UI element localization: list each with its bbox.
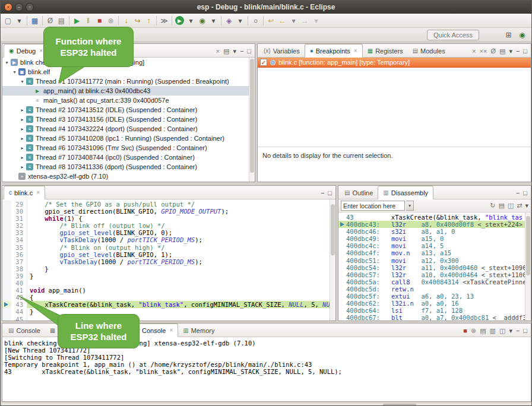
twisty-icon[interactable]: ▸ xyxy=(19,155,26,160)
tab-breakpoints[interactable]: ●Breakpoints× xyxy=(305,44,363,58)
twisty-icon[interactable]: ▸ xyxy=(19,117,26,122)
twisty-icon[interactable]: ▾ xyxy=(11,69,18,75)
instruction-stepping-icon[interactable]: ≫ xyxy=(159,15,170,26)
maximize-view-icon[interactable]: □ xyxy=(247,48,251,55)
twisty-icon[interactable]: ▾ xyxy=(19,79,26,84)
open-perspective-icon[interactable]: ⊞ xyxy=(503,29,514,40)
view-menu-icon[interactable]: ▾ xyxy=(233,48,236,55)
minimize-view-icon[interactable]: − xyxy=(240,48,243,55)
pin-console-icon[interactable]: ◫ xyxy=(499,328,505,334)
maximize-view-icon[interactable]: □ xyxy=(328,190,332,196)
display-selected-console-icon[interactable]: ▾ xyxy=(509,328,512,334)
twisty-icon[interactable]: ▸ xyxy=(19,126,26,132)
tab-debug[interactable]: ◉Debug× xyxy=(4,44,48,58)
location-input[interactable]: Enter location here xyxy=(341,201,405,211)
debug-dropdown-icon[interactable]: ▾ xyxy=(208,15,219,26)
maximize-view-icon[interactable]: □ xyxy=(523,190,527,196)
minimize-view-icon[interactable]: − xyxy=(516,328,520,334)
show-opcodes-icon[interactable]: ◫ xyxy=(508,202,514,209)
run-icon[interactable]: ▶ xyxy=(175,16,184,25)
step-return-icon[interactable]: ↑ xyxy=(143,15,154,26)
refresh-icon[interactable]: ↻ xyxy=(490,202,495,209)
save-icon[interactable]: ▦ xyxy=(29,15,40,26)
remove-launch-icon[interactable]: ⊗ xyxy=(471,328,476,334)
terminate-icon[interactable]: ■ xyxy=(94,15,105,26)
new-wizard-icon[interactable]: ▢ xyxy=(2,15,14,26)
back-dropdown-icon[interactable]: ▾ xyxy=(288,15,299,26)
run-dropdown-icon[interactable]: ▾ xyxy=(185,15,197,26)
forward-icon[interactable]: → xyxy=(299,15,311,26)
external-tools-dropdown-icon[interactable]: ▾ xyxy=(235,15,246,26)
editor-scrollbar-thumb[interactable] xyxy=(331,204,335,255)
minimize-window-button[interactable]: − xyxy=(15,3,23,11)
disassembly-scrollbar[interactable] xyxy=(525,212,531,321)
tree-row[interactable]: ▸≡Thread #3 1073413156 (IDLE) (Suspended… xyxy=(2,115,255,124)
step-over-icon[interactable]: ↪ xyxy=(132,15,143,26)
terminate-console-icon[interactable]: ■ xyxy=(463,328,467,334)
step-into-icon[interactable]: ↓ xyxy=(121,15,132,26)
tree-row[interactable]: ≡main_task() at cpu_start.c:339 0x400d05… xyxy=(2,96,255,105)
quick-access-button[interactable]: Quick Access xyxy=(427,30,479,40)
forward-dropdown-icon[interactable]: ▾ xyxy=(311,15,322,26)
breakpoint-grouping-icon[interactable]: ▤ xyxy=(499,48,505,55)
skip-all-breakpoints-icon[interactable]: Ø xyxy=(45,15,56,26)
debug-perspective-icon[interactable]: ◉ xyxy=(517,29,528,40)
horizontal-scrollbar[interactable] xyxy=(2,403,531,406)
remove-breakpoint-icon[interactable]: × xyxy=(472,48,476,55)
breakpoint-checkbox[interactable]: ✓ xyxy=(260,59,267,66)
maximize-view-icon[interactable]: □ xyxy=(523,328,527,334)
tab-variables[interactable]: (x)Variables xyxy=(259,45,305,57)
close-window-button[interactable]: × xyxy=(4,3,12,11)
remove-terminated-icon[interactable]: × xyxy=(216,48,220,55)
show-console-icon[interactable]: ▤ xyxy=(56,15,67,26)
minimize-view-icon[interactable]: − xyxy=(516,48,520,55)
location-dropdown-icon[interactable]: ▾ xyxy=(406,201,414,211)
tab-memory[interactable]: ▥Memory xyxy=(178,324,219,337)
show-source-icon[interactable]: ▤ xyxy=(498,202,504,209)
close-tab-icon[interactable]: × xyxy=(39,47,43,54)
twisty-icon[interactable]: ▸ xyxy=(19,107,26,113)
tree-row[interactable]: ▸≡Thread #5 1073410208 (ipc1 : Running) … xyxy=(2,134,255,143)
tree-row[interactable]: ▾≡Thread #1 1073411772 (main : Running) … xyxy=(2,77,255,86)
close-tab-icon[interactable]: × xyxy=(354,47,357,54)
debug-icon[interactable]: ◉ xyxy=(197,15,208,26)
search-icon[interactable]: ○ xyxy=(250,15,261,26)
breakpoint-row[interactable]: ✓ blink.c [function: app_main] [type: Te… xyxy=(258,58,531,68)
close-tab-icon[interactable]: × xyxy=(36,189,40,196)
twisty-icon[interactable]: ▸ xyxy=(19,164,26,170)
new-wizard-dropdown-icon[interactable]: ▾ xyxy=(14,15,25,26)
tree-row[interactable]: ▸≡Thread #4 1073432224 (dport) (Suspende… xyxy=(2,124,255,134)
suspend-icon[interactable]: ‖ xyxy=(83,15,94,26)
tree-row[interactable]: ▾▣blink.elf xyxy=(2,67,255,77)
resume-icon[interactable]: ▶ xyxy=(71,15,83,26)
editor-scrollbar[interactable] xyxy=(330,199,335,321)
tab-modules[interactable]: ▤Modules xyxy=(408,45,450,57)
twisty-icon[interactable]: ▸ xyxy=(19,136,26,141)
disconnect-icon[interactable]: ⊗ xyxy=(105,15,116,26)
remove-all-breakpoints-icon[interactable]: ×× xyxy=(480,48,487,55)
tab-blink-c[interactable]: cblink.c× xyxy=(4,186,45,199)
minimize-view-icon[interactable]: − xyxy=(516,190,520,196)
tab-disassembly[interactable]: ▥Disassembly xyxy=(378,186,433,199)
minimize-view-icon[interactable]: − xyxy=(321,190,324,196)
tree-row[interactable]: ▸≡Thread #6 1073431096 (Tmr Svc) (Suspen… xyxy=(2,143,255,153)
debug-scrollbar-thumb[interactable] xyxy=(250,59,254,173)
skip-all-breakpoints-icon[interactable]: Ø xyxy=(490,48,496,55)
tree-row[interactable]: ▸≡Thread #7 1073408744 (ipc0) (Suspended… xyxy=(2,153,255,162)
horizontal-scrollbar-thumb[interactable] xyxy=(383,404,416,406)
sync-with-debugger-icon[interactable]: ⇄ xyxy=(517,202,522,209)
back-icon[interactable]: ← xyxy=(277,15,288,26)
tab-registers[interactable]: ▦Registers xyxy=(363,45,408,57)
tree-row[interactable]: ▶app_main() at blink.c:43 0x400dbc43 xyxy=(2,86,255,96)
tree-row[interactable]: ▸≡Thread #8 1073411336 (dport) (Suspende… xyxy=(2,162,255,172)
disassembly-scrollbar-thumb[interactable] xyxy=(526,216,530,275)
maximize-window-button[interactable]: ▫ xyxy=(26,3,34,11)
disassembly-menu-icon[interactable]: ▾ xyxy=(525,202,528,209)
last-edit-location-icon[interactable]: ↩ xyxy=(265,15,277,26)
clear-console-icon[interactable]: ▤ xyxy=(480,328,486,334)
view-menu-icon[interactable]: ▾ xyxy=(509,48,512,55)
tree-row[interactable]: »xtensa-esp32-elf-gdb (7.10) xyxy=(2,172,255,181)
tab-outline[interactable]: ▤Outline xyxy=(340,186,378,199)
debug-scrollbar[interactable] xyxy=(249,58,255,182)
tree-row[interactable]: ▸≡Thread #2 1073413512 (IDLE) (Suspended… xyxy=(2,105,255,115)
